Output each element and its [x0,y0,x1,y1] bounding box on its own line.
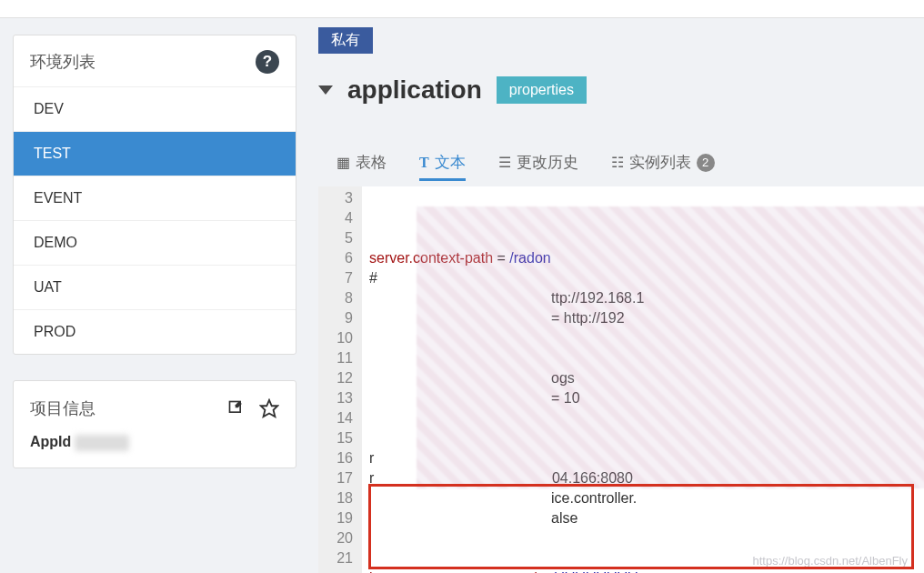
env-item-demo[interactable]: DEMO [14,220,296,265]
format-badge: properties [497,76,587,104]
appid-label: AppId [30,434,71,449]
code-content[interactable]: server.context-path = /radon# ttp://192.… [362,186,924,573]
line-number: 20 [331,528,353,548]
line-number: 4 [331,208,353,228]
help-icon[interactable]: ? [256,50,279,74]
env-item-test[interactable]: TEST [14,131,296,176]
sidebar: 环境列表 ? DEVTESTEVENTDEMOUATPROD 项目信息 AppI… [0,18,309,573]
env-item-prod[interactable]: PROD [14,309,296,354]
code-line: jasypt.encryptor.password = klklklklklkl… [369,568,917,573]
tab-table[interactable]: ▦ 表格 [336,152,387,181]
line-number: 6 [331,248,353,268]
instances-icon: ☷ [611,154,624,171]
line-number: 14 [331,408,353,428]
tabs: ▦ 表格 T 文本 ☰ 更改历史 ☷ 实例列表 2 [318,152,924,181]
env-item-event[interactable]: EVENT [14,176,296,220]
appid-value-redacted [75,435,129,451]
env-panel: 环境列表 ? DEVTESTEVENTDEMOUATPROD [13,35,296,355]
code-line [369,528,917,548]
line-number: 17 [331,468,353,488]
line-number: 5 [331,228,353,248]
tab-instances[interactable]: ☷ 实例列表 2 [611,152,715,181]
star-icon[interactable] [259,398,279,418]
main-area: 私有 application properties ▦ 表格 T 文本 ☰ 更改… [309,18,924,573]
line-number: 9 [331,308,353,328]
tab-text[interactable]: T 文本 [419,152,466,181]
svg-marker-1 [261,400,277,417]
line-number: 11 [331,348,353,368]
table-icon: ▦ [336,154,350,171]
project-info-title: 项目信息 [30,397,95,419]
env-item-dev[interactable]: DEV [14,86,296,131]
redacted-overlay [417,206,924,488]
code-line: alse [369,508,917,528]
line-number: 19 [331,508,353,528]
line-number: 18 [331,488,353,508]
line-number: 13 [331,388,353,408]
instances-count-badge: 2 [697,154,715,172]
line-number: 21 [331,548,353,568]
tab-history[interactable]: ☰ 更改历史 [498,152,578,181]
line-number: 15 [331,428,353,448]
text-icon: T [419,155,429,171]
line-number: 12 [331,368,353,388]
caret-down-icon[interactable] [318,85,333,95]
private-tag: 私有 [318,27,373,54]
code-editor[interactable]: 3456789101112131415161718192021 server.c… [318,186,924,573]
namespace-title: application [347,75,482,105]
line-number: 10 [331,328,353,348]
history-icon: ☰ [498,154,511,171]
code-line: ice.controller. [369,488,917,508]
watermark: https://blog.csdn.net/AlbenFly [752,554,908,568]
line-number: 8 [331,288,353,308]
line-number: 7 [331,268,353,288]
env-list-title: 环境列表 [30,51,95,73]
edit-icon[interactable] [226,398,246,418]
line-gutter: 3456789101112131415161718192021 [318,186,362,573]
env-item-uat[interactable]: UAT [14,265,296,309]
namespace-header: application properties [318,75,924,105]
project-panel: 项目信息 AppId [13,380,296,468]
line-number: 16 [331,448,353,468]
line-number: 3 [331,188,353,208]
